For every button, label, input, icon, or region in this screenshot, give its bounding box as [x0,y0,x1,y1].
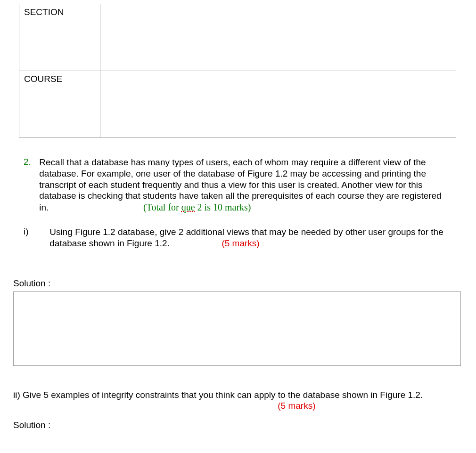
section-label-cell: SECTION [19,4,100,71]
solution-label-ii: Solution : [13,420,476,430]
course-label-cell: COURSE [19,71,100,138]
subq-i-body: Using Figure 1.2 database, give 2 additi… [49,226,449,249]
subq-ii-text: ii) Give 5 examples of integrity constra… [13,390,423,400]
sub-question-ii: ii) Give 5 examples of integrity constra… [13,389,463,412]
sub-question-i: i) Using Figure 1.2 database, give 2 add… [21,226,455,249]
total-prefix: (Total for [143,202,181,212]
solution-label-i: Solution : [13,278,476,289]
section-value-cell [100,4,456,71]
total-suffix: 2 is 10 marks) [195,202,251,212]
question-number: 2. [21,157,37,167]
table-row: COURSE [19,71,456,138]
section-label: SECTION [24,7,64,17]
table-row: SECTION [19,4,456,71]
question-2: 2. Recall that a database has many types… [21,157,455,213]
solution-box-i [13,291,461,366]
subq-ii-marks: (5 marks) [278,401,315,411]
total-marks: (Total for que 2 is 10 marks) [143,202,251,212]
course-value-cell [100,71,456,138]
question-body: Recall that a database has many types of… [39,157,449,213]
course-label: COURSE [24,74,62,84]
definition-table: SECTION COURSE [19,4,456,138]
subq-i-marks: (5 marks) [222,238,259,248]
subq-i-label: i) [21,226,47,237]
total-spellword: que [181,202,195,212]
